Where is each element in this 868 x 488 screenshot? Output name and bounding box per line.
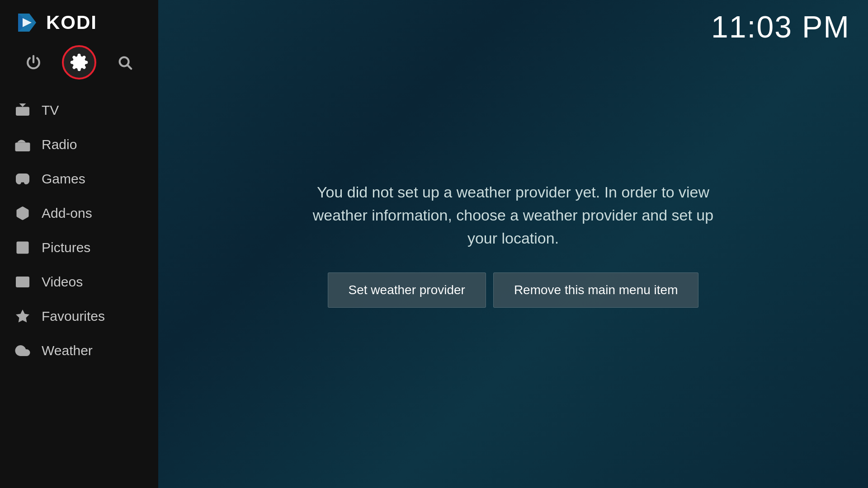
sidebar-item-radio-label: Radio [42, 137, 77, 152]
videos-icon [14, 273, 32, 291]
settings-icon [70, 53, 89, 72]
sidebar-controls [0, 41, 158, 89]
sidebar-item-addons[interactable]: Add-ons [0, 196, 158, 230]
search-icon [117, 55, 132, 70]
tv-icon [14, 101, 32, 119]
sidebar-item-favourites[interactable]: Favourites [0, 299, 158, 333]
power-icon [26, 55, 41, 70]
sidebar-item-pictures[interactable]: Pictures [0, 230, 158, 265]
sidebar-item-videos[interactable]: Videos [0, 265, 158, 299]
sidebar-item-radio[interactable]: Radio [0, 127, 158, 162]
sidebar-item-favourites-label: Favourites [42, 309, 105, 324]
sidebar-header: KODI [0, 0, 158, 41]
sidebar-item-pictures-label: Pictures [42, 240, 90, 255]
time-display: 11:03 PM [711, 9, 850, 44]
weather-info-text: You did not set up a weather provider ye… [310, 181, 717, 250]
kodi-logo: KODI [14, 9, 97, 36]
action-buttons: Set weather provider Remove this main me… [328, 272, 699, 308]
kodi-logo-icon [14, 9, 41, 36]
nav-items: TV Radio Games Add-ons [0, 89, 158, 488]
sidebar-item-games-label: Games [42, 171, 85, 187]
favourites-icon [14, 307, 32, 325]
search-button[interactable] [113, 51, 136, 74]
app-name: KODI [46, 12, 97, 33]
svg-line-25 [25, 357, 26, 359]
weather-icon [14, 342, 32, 360]
sidebar-item-addons-label: Add-ons [42, 206, 92, 221]
radio-icon [14, 136, 32, 154]
sidebar-item-videos-label: Videos [42, 274, 83, 290]
svg-rect-5 [16, 107, 29, 116]
svg-point-7 [26, 146, 28, 149]
settings-button[interactable] [62, 45, 96, 80]
addons-icon [14, 204, 32, 222]
sidebar-item-weather[interactable]: Weather [0, 333, 158, 368]
remove-menu-item-button[interactable]: Remove this main menu item [493, 272, 699, 308]
svg-line-23 [19, 357, 20, 359]
svg-point-15 [19, 244, 22, 247]
weather-message: You did not set up a weather provider ye… [310, 181, 717, 250]
sidebar-item-tv[interactable]: TV [0, 93, 158, 127]
sidebar-item-tv-label: TV [42, 103, 59, 118]
sidebar-item-weather-label: Weather [42, 343, 93, 358]
sidebar-item-games[interactable]: Games [0, 162, 158, 196]
pictures-icon [14, 239, 32, 257]
main-content: 11:03 PM You did not set up a weather pr… [158, 0, 868, 488]
set-weather-provider-button[interactable]: Set weather provider [328, 272, 486, 308]
power-button[interactable] [22, 51, 45, 74]
svg-line-4 [127, 65, 131, 69]
svg-line-24 [22, 357, 23, 359]
svg-marker-22 [16, 310, 29, 323]
games-icon [14, 170, 32, 188]
sidebar: KODI [0, 0, 158, 488]
svg-rect-6 [15, 143, 30, 152]
svg-rect-16 [16, 277, 29, 287]
